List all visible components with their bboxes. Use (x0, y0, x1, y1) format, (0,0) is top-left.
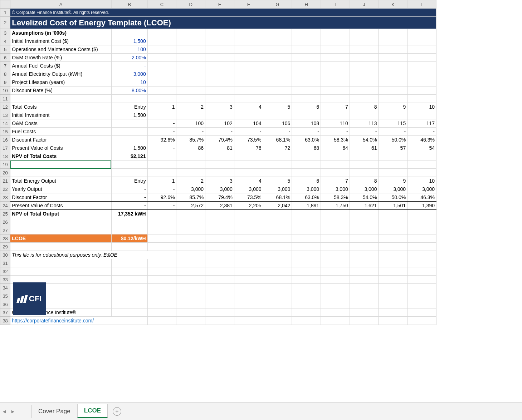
row-header-15[interactable]: 15 (0, 128, 10, 136)
column-header-B[interactable]: B (111, 0, 147, 9)
cost-cell[interactable]: - (147, 144, 176, 152)
cost-cell[interactable]: 54.0% (350, 136, 379, 144)
cost-cell[interactable] (176, 111, 205, 119)
output-cell[interactable]: 3,000 (408, 185, 436, 193)
cost-cell[interactable]: 63.0% (292, 136, 321, 144)
assumption-value[interactable]: 100 (111, 45, 147, 54)
cost-cell[interactable]: 46.3% (408, 136, 436, 144)
output-cell[interactable]: 85.7% (176, 193, 205, 202)
output-cell[interactable]: 54.0% (350, 193, 379, 202)
cost-row-entry[interactable]: 1,500 (111, 111, 147, 119)
row-header-24[interactable]: 24 (0, 202, 10, 210)
row-header-20[interactable]: 20 (0, 169, 10, 177)
output-cell[interactable]: 3,000 (205, 185, 234, 193)
row-header-25[interactable]: 25 (0, 210, 10, 218)
cost-cell[interactable] (408, 111, 436, 119)
column-header-K[interactable]: K (379, 0, 408, 9)
row-header-14[interactable]: 14 (0, 119, 10, 128)
cost-cell[interactable]: - (263, 128, 292, 136)
row-header-36[interactable]: 36 (0, 300, 10, 308)
row-header-19[interactable]: 19 (0, 160, 10, 169)
output-cell[interactable]: 3,000 (234, 185, 263, 193)
output-cell[interactable]: 2,381 (205, 202, 234, 210)
output-cell[interactable]: 2,042 (263, 202, 292, 210)
assumption-value[interactable]: 3,000 (111, 70, 147, 78)
assumption-value[interactable]: 1,500 (111, 37, 147, 45)
cost-cell[interactable]: 58.3% (321, 136, 350, 144)
cost-cell[interactable]: 72 (263, 144, 292, 152)
row-header-10[interactable]: 10 (0, 87, 10, 95)
output-cell[interactable]: 1,621 (350, 202, 379, 210)
assumption-value[interactable]: 10 (111, 78, 147, 87)
output-cell[interactable]: 58.3% (321, 193, 350, 202)
cost-cell[interactable]: 110 (321, 119, 350, 128)
cost-cell[interactable]: 64 (321, 144, 350, 152)
cost-row-entry[interactable] (111, 119, 147, 128)
cost-cell[interactable] (292, 111, 321, 119)
cost-cell[interactable]: 106 (263, 119, 292, 128)
row-header-5[interactable]: 5 (0, 45, 10, 54)
output-row-entry[interactable]: - (111, 185, 147, 193)
row-header-26[interactable]: 26 (0, 218, 10, 226)
output-row-entry[interactable]: - (111, 193, 147, 202)
row-header-4[interactable]: 4 (0, 37, 10, 45)
column-header-I[interactable]: I (321, 0, 350, 9)
output-row-entry[interactable]: - (111, 202, 147, 210)
output-cell[interactable]: 3,000 (263, 185, 292, 193)
output-cell[interactable]: - (147, 185, 176, 193)
cost-cell[interactable]: 86 (176, 144, 205, 152)
cost-cell[interactable]: 81 (205, 144, 234, 152)
org-link[interactable]: https://corporatefinanceinstitute.com/ (12, 318, 94, 323)
cost-cell[interactable] (234, 111, 263, 119)
output-cell[interactable]: 73.5% (234, 193, 263, 202)
add-sheet-button[interactable]: + (113, 407, 121, 416)
cost-cell[interactable]: - (147, 119, 176, 128)
row-header-9[interactable]: 9 (0, 78, 10, 87)
row-header-18[interactable]: 18 (0, 152, 10, 160)
output-cell[interactable]: 2,205 (234, 202, 263, 210)
output-cell[interactable]: 2,572 (176, 202, 205, 210)
assumption-value[interactable]: - (111, 62, 147, 70)
cost-cell[interactable]: - (234, 128, 263, 136)
row-header-37[interactable]: 37 (0, 308, 10, 317)
selected-cell[interactable] (10, 160, 112, 169)
row-header-16[interactable]: 16 (0, 136, 10, 144)
cost-cell[interactable]: - (321, 128, 350, 136)
cost-cell[interactable]: 108 (292, 119, 321, 128)
output-cell[interactable]: 1,750 (321, 202, 350, 210)
cost-cell[interactable]: 92.6% (147, 136, 176, 144)
row-header-27[interactable]: 27 (0, 226, 10, 234)
cost-cell[interactable]: 54 (408, 144, 436, 152)
cost-cell[interactable]: - (350, 128, 379, 136)
tab-lcoe[interactable]: LCOE (77, 404, 108, 418)
cost-cell[interactable]: 102 (205, 119, 234, 128)
output-cell[interactable]: 46.3% (408, 193, 436, 202)
row-header-1[interactable]: 1 (0, 9, 10, 17)
cost-cell[interactable]: 50.0% (379, 136, 408, 144)
cost-cell[interactable]: - (205, 128, 234, 136)
prev-sheet-button[interactable]: ◄ (0, 409, 9, 414)
column-header-E[interactable]: E (205, 0, 234, 9)
cost-cell[interactable]: 57 (379, 144, 408, 152)
assumption-value[interactable]: 2.00% (111, 54, 147, 62)
row-header-3[interactable]: 3 (0, 29, 10, 37)
column-header-C[interactable]: C (147, 0, 176, 9)
tab-cover-page[interactable]: Cover Page (31, 405, 77, 418)
row-header-8[interactable]: 8 (0, 70, 10, 78)
assumption-value[interactable]: 8.00% (111, 87, 147, 95)
output-cell[interactable]: 1,891 (292, 202, 321, 210)
row-header-23[interactable]: 23 (0, 193, 10, 202)
column-header-J[interactable]: J (350, 0, 379, 9)
output-cell[interactable]: 92.6% (147, 193, 176, 202)
cost-cell[interactable]: - (292, 128, 321, 136)
cost-cell[interactable]: - (176, 128, 205, 136)
row-header-21[interactable]: 21 (0, 177, 10, 185)
output-cell[interactable]: 1,501 (379, 202, 408, 210)
output-cell[interactable]: 3,000 (176, 185, 205, 193)
column-header-D[interactable]: D (176, 0, 205, 9)
cost-cell[interactable]: 104 (234, 119, 263, 128)
cost-cell[interactable]: 79.4% (205, 136, 234, 144)
select-all-corner[interactable] (0, 0, 10, 9)
cost-cell[interactable] (263, 111, 292, 119)
output-cell[interactable]: 3,000 (321, 185, 350, 193)
